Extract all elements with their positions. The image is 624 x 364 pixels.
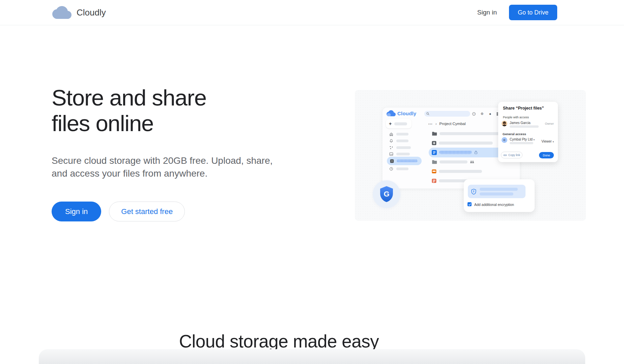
help-icon: ? (472, 112, 476, 116)
home-icon (389, 132, 393, 136)
people-with-access-label: People with access (503, 116, 529, 119)
org-name: Cymbal Pty Ltd ▾ (510, 138, 535, 141)
encryption-panel (468, 185, 526, 198)
placeholder-bar (439, 142, 493, 145)
placeholder-bar (396, 168, 408, 170)
person-avatar (502, 121, 507, 126)
copy-link-label: Copy link (508, 153, 520, 157)
dropdown-arrow-icon: ▾ (534, 139, 535, 141)
mini-brand-name: Cloudly (397, 111, 416, 116)
mini-breadcrumb: ••• › Project Cymbal (428, 122, 466, 126)
shield-icon (471, 189, 476, 194)
placeholder-bar (510, 142, 533, 144)
header-actions: Sign in Go to Drive (477, 5, 557, 20)
hero-subtitle-line2: and access your files from anywhere. (52, 167, 273, 180)
header: Cloudly Sign in Go to Drive (0, 0, 624, 25)
photo-icon (389, 152, 393, 156)
lock-icon (474, 150, 478, 154)
dropdown-arrow-icon: ▾ (552, 141, 554, 143)
brand-name: Cloudly (77, 7, 106, 18)
mini-sidebar-item-active (387, 157, 422, 165)
sparkle-icon: ✦ (489, 112, 491, 116)
next-section-card (39, 349, 585, 364)
check-icon (468, 203, 471, 206)
settings-gear-icon: ⚙ (481, 112, 484, 116)
apps-tile-icon (390, 159, 394, 163)
bell-icon (389, 139, 393, 143)
placeholder-bar (396, 146, 411, 149)
org-avatar: C (502, 137, 507, 143)
doc-icon (432, 150, 437, 155)
mini-sidebar-item (389, 132, 408, 136)
mini-breadcrumb-label: Project Cymbal (439, 122, 466, 126)
hero-subtitle: Secure cloud storage with 20GB free. Upl… (52, 154, 273, 180)
mini-file-row (432, 159, 474, 164)
mini-search-bar (424, 111, 470, 117)
cloud-logo-icon (52, 6, 72, 19)
people-dots-icon (389, 146, 393, 150)
brand[interactable]: Cloudly (52, 6, 106, 19)
clock-icon (389, 167, 393, 171)
landing-page: Cloudly Sign in Go to Drive Store and sh… (0, 0, 624, 364)
placeholder-bar (439, 170, 482, 173)
header-sign-in-link[interactable]: Sign in (477, 9, 497, 16)
placeholder-bar (480, 188, 518, 191)
encryption-checkbox (467, 202, 472, 206)
placeholder-bar (397, 159, 418, 162)
mini-file-row (432, 169, 482, 174)
g-shield-badge: G (373, 180, 400, 208)
hero-title-line2: files online (52, 111, 206, 136)
folder-shared-icon (432, 160, 437, 164)
placeholder-bar (396, 133, 408, 135)
mini-file-row (432, 131, 500, 136)
mini-sidebar-item (389, 167, 408, 171)
placeholder-bars (480, 188, 518, 195)
person-role: Owner (545, 122, 554, 125)
shared-drive-icon (432, 141, 436, 145)
plus-icon: + (389, 121, 392, 126)
done-button: Done (539, 152, 554, 158)
hero-title: Store and share files online (52, 85, 206, 136)
get-started-button[interactable]: Get started free (109, 202, 185, 221)
sign-in-button[interactable]: Sign in (52, 202, 101, 221)
mini-file-row-selected (432, 150, 478, 155)
hero-title-line1: Store and share (52, 85, 206, 111)
placeholder-bar (480, 192, 513, 195)
overflow-dots-icon: ••• (428, 122, 433, 125)
copy-link-button: Copy link (501, 152, 522, 158)
mini-cloud-logo-icon (387, 110, 396, 116)
mini-file-row (432, 140, 493, 146)
folder-icon (432, 131, 437, 136)
placeholder-bar (439, 132, 500, 135)
calendar-icon (432, 169, 436, 174)
mini-new-button: + (386, 119, 412, 128)
mini-topbar-icons: ? ⚙ ✦ (472, 112, 500, 116)
placeholder-bar (439, 160, 467, 163)
placeholder-bar (396, 140, 408, 142)
placeholder-bar (394, 122, 407, 125)
members-icon (470, 160, 474, 163)
placeholder-bar (396, 153, 410, 155)
hero-illustration: Cloudly ? ⚙ ✦ + (355, 90, 586, 221)
link-icon (503, 154, 507, 156)
go-to-drive-button[interactable]: Go to Drive (509, 5, 557, 20)
chevron-right-icon: › (435, 122, 437, 126)
search-icon (426, 112, 429, 115)
share-dialog-title: Share “Project files” (503, 106, 544, 111)
encryption-label: Add additional encryption (474, 203, 514, 207)
person-name: James Garcia (510, 121, 531, 125)
section-heading: Cloud storage made easy (179, 331, 379, 352)
general-access-label: General access (503, 132, 526, 136)
mini-sidebar-item (389, 152, 410, 156)
hero-subtitle-line1: Secure cloud storage with 20GB free. Upl… (52, 154, 273, 167)
share-dialog: Share “Project files” People with access… (498, 102, 558, 162)
encryption-card: Add additional encryption (464, 179, 535, 212)
hero-actions: Sign in Get started free (52, 202, 185, 221)
org-role: Viewer ▾ (541, 140, 554, 143)
placeholder-bar (439, 151, 472, 154)
mini-sidebar-item (389, 146, 411, 150)
mini-brand: Cloudly (387, 110, 416, 116)
g-letter: G (384, 190, 389, 198)
mini-sidebar-item (389, 139, 408, 143)
placeholder-bar (510, 125, 539, 128)
